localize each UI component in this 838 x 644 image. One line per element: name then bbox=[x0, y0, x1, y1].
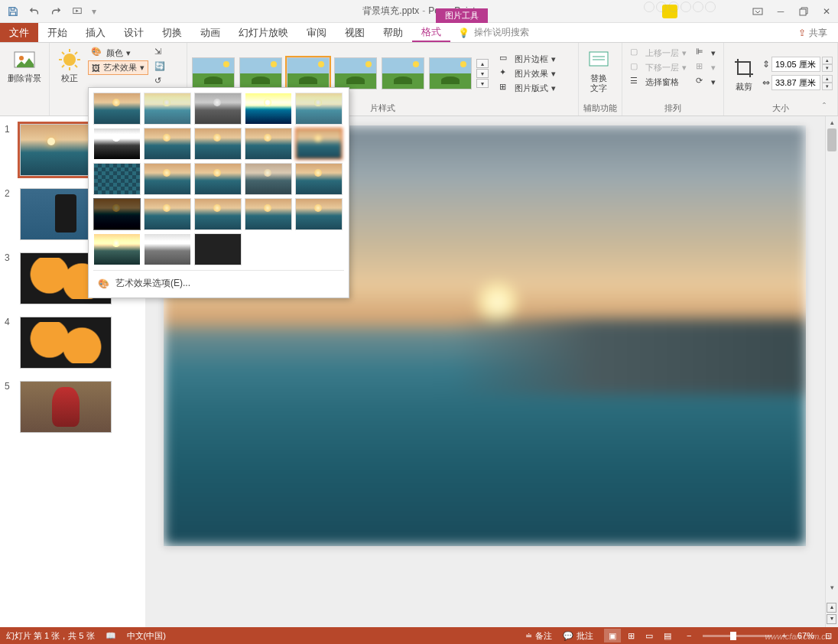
width-input[interactable] bbox=[771, 75, 820, 90]
tab-transitions[interactable]: 切换 bbox=[153, 23, 191, 42]
spell-check-icon[interactable]: 📖 bbox=[106, 631, 116, 641]
collapse-ribbon-button[interactable]: ˆ bbox=[823, 102, 833, 112]
picture-style-3[interactable] bbox=[287, 57, 330, 89]
gallery-down-button[interactable]: ▾ bbox=[476, 69, 489, 78]
art-effect-9[interactable] bbox=[245, 128, 292, 160]
zoom-in-button[interactable]: + bbox=[782, 631, 787, 640]
tab-help[interactable]: 帮助 bbox=[374, 23, 412, 42]
art-effect-none[interactable] bbox=[93, 93, 141, 125]
zoom-slider[interactable] bbox=[703, 635, 771, 637]
slideshow-view-button[interactable]: ▤ bbox=[659, 629, 676, 642]
tab-view[interactable]: 视图 bbox=[336, 23, 374, 42]
art-effect-21[interactable] bbox=[93, 233, 141, 265]
tab-insert[interactable]: 插入 bbox=[76, 23, 115, 42]
zoom-out-button[interactable]: − bbox=[687, 631, 691, 640]
send-backward-button[interactable]: ▢下移一层▾ bbox=[627, 60, 690, 74]
normal-view-button[interactable]: ▣ bbox=[604, 629, 621, 642]
art-effect-4[interactable] bbox=[245, 93, 292, 125]
save-button[interactable] bbox=[3, 2, 23, 21]
tab-design[interactable]: 设计 bbox=[115, 23, 153, 42]
picture-style-1[interactable] bbox=[192, 57, 235, 89]
picture-effects-button[interactable]: ✦图片效果▾ bbox=[496, 67, 559, 80]
reading-view-button[interactable]: ▭ bbox=[641, 629, 658, 642]
ribbon-display-button[interactable] bbox=[746, 0, 769, 23]
notes-button[interactable]: ≐备注 bbox=[525, 630, 552, 642]
slide-thumb-4[interactable] bbox=[20, 317, 112, 369]
art-effect-18[interactable] bbox=[194, 198, 242, 230]
qat-customize-button[interactable]: ▾ bbox=[89, 2, 99, 21]
zoom-handle[interactable] bbox=[730, 632, 736, 640]
slide-counter[interactable]: 幻灯片 第 1 张，共 5 张 bbox=[6, 630, 95, 642]
art-effect-3[interactable] bbox=[194, 93, 242, 125]
color-button[interactable]: 🎨颜色▾ bbox=[88, 46, 148, 60]
artistic-effects-button[interactable]: 🖼艺术效果▾ bbox=[88, 60, 148, 75]
prev-slide-button[interactable]: ▴ bbox=[827, 603, 836, 613]
art-effect-5[interactable] bbox=[295, 93, 343, 125]
height-down[interactable]: ▾ bbox=[822, 64, 833, 72]
scrollbar-thumb[interactable] bbox=[827, 128, 836, 151]
art-effect-2[interactable] bbox=[144, 93, 191, 125]
change-picture-button[interactable]: 🔄 bbox=[151, 60, 170, 74]
redo-button[interactable] bbox=[46, 2, 66, 21]
share-button[interactable]: ⇪ 共享 bbox=[791, 23, 835, 43]
picture-style-2[interactable] bbox=[239, 57, 282, 89]
art-effect-20[interactable] bbox=[295, 198, 343, 230]
undo-button[interactable] bbox=[24, 2, 44, 21]
height-up[interactable]: ▴ bbox=[822, 57, 833, 64]
zoom-level[interactable]: 67% bbox=[797, 631, 814, 640]
art-effect-13[interactable] bbox=[194, 163, 242, 195]
art-effect-6[interactable] bbox=[93, 128, 141, 160]
corrections-button[interactable]: 校正 bbox=[54, 46, 85, 85]
tab-animations[interactable]: 动画 bbox=[191, 23, 229, 42]
restore-button[interactable] bbox=[792, 0, 815, 23]
art-effect-16[interactable] bbox=[93, 198, 141, 230]
height-input[interactable] bbox=[771, 57, 820, 72]
tab-file[interactable]: 文件 bbox=[0, 23, 38, 42]
picture-style-4[interactable] bbox=[334, 57, 377, 89]
tab-format[interactable]: 格式 bbox=[412, 23, 450, 42]
picture-style-6[interactable] bbox=[429, 57, 472, 89]
width-up[interactable]: ▴ bbox=[822, 75, 833, 83]
gallery-up-button[interactable]: ▴ bbox=[476, 59, 489, 68]
language-indicator[interactable]: 中文(中国) bbox=[127, 630, 166, 642]
start-slideshow-button[interactable] bbox=[67, 2, 87, 21]
art-effect-11[interactable] bbox=[93, 163, 141, 195]
compress-button[interactable]: ⇲ bbox=[151, 46, 170, 60]
selection-pane-button[interactable]: ☰选择窗格 bbox=[627, 75, 690, 89]
picture-style-5[interactable] bbox=[382, 57, 424, 89]
art-effect-8[interactable] bbox=[194, 128, 242, 160]
tab-review[interactable]: 审阅 bbox=[297, 23, 336, 42]
tab-home[interactable]: 开始 bbox=[38, 23, 76, 42]
alt-text-button[interactable]: 替换 文字 bbox=[583, 46, 614, 95]
sorter-view-button[interactable]: ⊞ bbox=[622, 629, 639, 642]
rotate-button[interactable]: ⟳▾ bbox=[693, 75, 719, 89]
slide-thumb-5[interactable] bbox=[20, 381, 112, 433]
art-effect-7[interactable] bbox=[144, 128, 191, 160]
scroll-down-button[interactable]: ▾ bbox=[826, 581, 838, 594]
tab-slideshow[interactable]: 幻灯片放映 bbox=[229, 23, 297, 42]
tell-me-search[interactable]: 💡 操作说明搜索 bbox=[450, 23, 537, 42]
remove-background-button[interactable]: 删除背景 bbox=[5, 46, 44, 85]
align-button[interactable]: ⊫▾ bbox=[693, 46, 719, 60]
art-effect-17[interactable] bbox=[144, 198, 191, 230]
group-button[interactable]: ⊞▾ bbox=[693, 60, 719, 74]
art-effect-15[interactable] bbox=[295, 163, 343, 195]
picture-border-button[interactable]: ▭图片边框▾ bbox=[496, 52, 559, 66]
art-effect-23[interactable] bbox=[194, 233, 242, 265]
art-effect-22[interactable] bbox=[144, 233, 191, 265]
bring-forward-button[interactable]: ▢上移一层▾ bbox=[627, 46, 690, 60]
fit-window-button[interactable]: ⊡ bbox=[825, 631, 832, 641]
artistic-effects-options[interactable]: 🎨 艺术效果选项(E)... bbox=[93, 270, 344, 293]
crop-button[interactable]: 裁剪 bbox=[729, 54, 759, 93]
next-slide-button[interactable]: ▾ bbox=[827, 614, 836, 624]
close-button[interactable]: ✕ bbox=[815, 0, 838, 23]
comments-button[interactable]: 💬批注 bbox=[563, 630, 593, 642]
picture-layout-button[interactable]: ⊞图片版式▾ bbox=[496, 81, 559, 95]
art-effect-12[interactable] bbox=[144, 163, 191, 195]
art-effect-blur[interactable] bbox=[295, 128, 343, 160]
minimize-button[interactable]: ─ bbox=[769, 0, 792, 23]
art-effect-14[interactable] bbox=[245, 163, 292, 195]
art-effect-19[interactable] bbox=[245, 198, 292, 230]
scroll-up-button[interactable]: ▴ bbox=[826, 116, 838, 128]
gallery-more-button[interactable]: ▾ bbox=[476, 79, 489, 88]
